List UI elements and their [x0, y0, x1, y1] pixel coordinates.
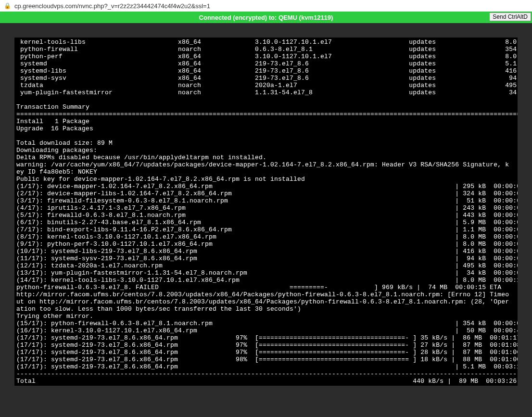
terminal-output: kernel-tools-libs x86_64 3.10.0-1127.10.… [14, 38, 518, 386]
status-text: Connected (encrypted) to: QEMU (kvm12119… [199, 14, 333, 21]
lock-icon: 🔒 [4, 2, 11, 9]
vnc-status-bar: Connected (encrypted) to: QEMU (kvm12119… [0, 12, 532, 23]
url-text: cp.greencloudvps.com/nvnc.php?_v=r2z2z23… [14, 2, 210, 10]
browser-url-bar[interactable]: 🔒 cp.greencloudvps.com/nvnc.php?_v=r2z2z… [0, 0, 532, 12]
terminal-container: kernel-tools-libs x86_64 3.10.0-1127.10.… [0, 23, 532, 391]
send-ctrlaltdel-button[interactable]: Send CtrlAltD [489, 13, 531, 21]
